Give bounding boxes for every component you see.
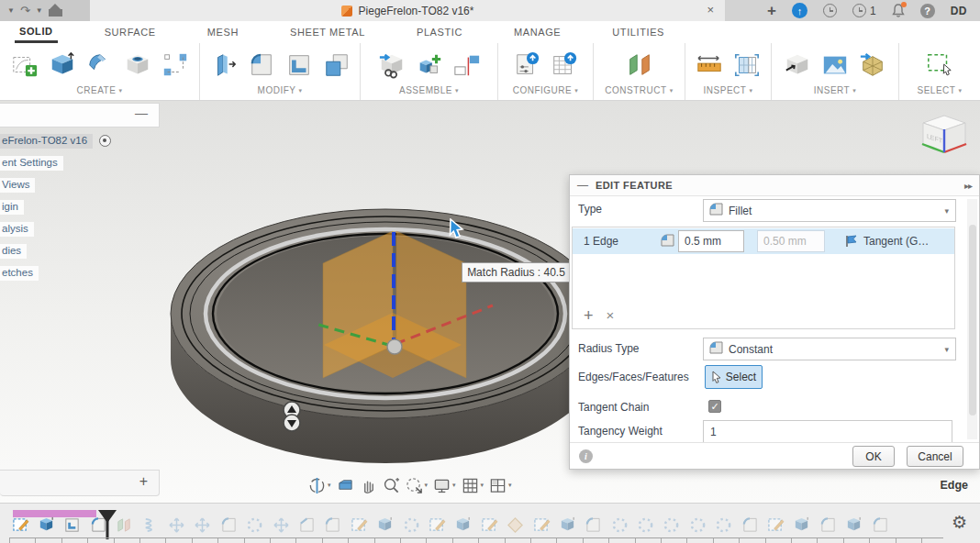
tab-sheet-metal[interactable]: SHEET METAL (285, 21, 370, 43)
toolbar-group-label[interactable]: CONSTRUCT▾ (605, 85, 673, 95)
close-tab-icon[interactable]: × (707, 3, 714, 17)
timeline-feature-fillet[interactable] (737, 515, 763, 535)
timeline-feature-fillet[interactable] (867, 515, 893, 535)
dialog-collapse-icon[interactable]: — (577, 179, 588, 192)
notifications-bell-icon[interactable] (892, 4, 905, 17)
browser-minimize-icon[interactable]: — (135, 105, 148, 120)
timeline-feature-sketch[interactable] (346, 515, 372, 535)
timeline-feature-extrude[interactable] (554, 515, 580, 535)
pan-icon[interactable] (360, 477, 377, 494)
toolbar-group-label[interactable]: INSERT▾ (814, 85, 857, 95)
timeline-feature-chamfer[interactable] (294, 515, 319, 535)
tab-utilities[interactable]: UTILITIES (607, 21, 669, 43)
browser-item[interactable]: Views (0, 177, 161, 193)
display-settings-icon[interactable]: ▾ (433, 477, 456, 494)
press-pull-icon[interactable] (209, 50, 239, 80)
dock-add-icon[interactable]: + (139, 473, 148, 490)
timeline-feature-move[interactable] (190, 515, 216, 535)
redo-icon[interactable]: ↷ (20, 4, 30, 17)
fit-icon[interactable]: ▾ (406, 477, 429, 494)
timeline-feature-sketch[interactable] (424, 515, 450, 535)
toolbar-group-label[interactable]: CREATE▾ (77, 85, 123, 95)
home-icon[interactable] (49, 5, 62, 17)
undo-menu-icon[interactable]: ▼ (7, 6, 15, 15)
sketch-icon[interactable] (10, 50, 39, 80)
timeline-feature-move[interactable] (163, 515, 189, 535)
grid-icon[interactable]: ▾ (462, 477, 484, 494)
pattern-icon[interactable] (161, 50, 190, 80)
browser-item[interactable]: ent Settings (0, 155, 161, 171)
timeline-feature-extrude[interactable] (33, 515, 59, 535)
dialog-expand-icon[interactable]: ▸▸ (964, 181, 972, 191)
tab-manage[interactable]: MANAGE (509, 21, 565, 43)
dialog-header[interactable]: — EDIT FEATURE ▸▸ (570, 175, 979, 196)
select-button[interactable]: Select (705, 365, 763, 389)
history-indicator[interactable]: 1 (852, 4, 876, 17)
config-sheet-icon[interactable] (512, 50, 541, 80)
dialog-scrollbar-thumb[interactable] (969, 225, 976, 416)
timeline-feature-pattern[interactable] (632, 515, 658, 535)
combine-icon[interactable] (322, 50, 351, 80)
type-dropdown[interactable]: Fillet ▾ (703, 199, 956, 222)
activate-radio-icon[interactable] (99, 135, 111, 147)
info-icon[interactable]: i (579, 449, 593, 463)
timeline-feature-sketch[interactable] (476, 515, 502, 535)
timeline-feature-pattern[interactable] (398, 515, 424, 535)
browser-item[interactable]: alysis (0, 221, 161, 237)
browser-item[interactable]: eFrelon-TO82 v16 (0, 133, 161, 149)
timeline-feature-pattern[interactable] (242, 515, 268, 535)
hole-icon[interactable] (123, 50, 152, 80)
viewport[interactable]: LEFT — eFrelon-TO82 v16ent SettingsViews… (0, 101, 980, 503)
timeline-feature-extrude[interactable] (372, 515, 397, 535)
timeline-feature-move[interactable] (268, 515, 294, 535)
tab-solid[interactable]: SOLID (15, 21, 58, 43)
cancel-button[interactable]: Cancel (907, 446, 963, 467)
timeline-feature-pattern[interactable] (607, 515, 632, 535)
tab-plastic[interactable]: PLASTIC (412, 21, 467, 43)
toolbar-group-label[interactable]: ASSEMBLE▾ (399, 85, 459, 95)
browser-item[interactable]: etches (0, 265, 161, 281)
timeline-feature-fillet[interactable] (581, 515, 607, 535)
config-table-icon[interactable] (550, 50, 579, 80)
timeline-feature-shell[interactable] (60, 515, 85, 535)
tab-surface[interactable]: SURFACE (100, 21, 161, 43)
tangent-chain-checkbox[interactable]: ✓ (708, 400, 721, 413)
timeline-feature-sketch[interactable] (763, 515, 788, 535)
look-at-icon[interactable] (337, 477, 354, 494)
extrude-icon[interactable] (48, 50, 77, 80)
browser-header[interactable]: — (0, 103, 160, 127)
radius-type-dropdown[interactable]: Constant ▾ (703, 338, 956, 360)
stopwatch-icon[interactable] (823, 4, 837, 17)
new-component-icon[interactable] (415, 50, 444, 80)
measure-icon[interactable] (695, 50, 724, 80)
zoom-icon[interactable] (383, 477, 400, 494)
toolbar-group-label[interactable]: CONFIGURE▾ (513, 85, 579, 95)
timeline-feature-sketch[interactable] (529, 515, 554, 535)
ok-button[interactable]: OK (852, 446, 895, 467)
origin-point[interactable] (387, 339, 402, 354)
timeline-feature-fillet[interactable] (216, 515, 241, 535)
canvas-icon[interactable] (820, 50, 850, 80)
shell3d-icon[interactable] (284, 50, 314, 80)
add-edge-set-button[interactable]: + (584, 307, 594, 324)
insert-link-icon[interactable] (377, 50, 406, 80)
tab-mesh[interactable]: MESH (203, 21, 243, 43)
dialog-scrollbar[interactable] (967, 199, 977, 439)
browser-item[interactable]: dies (0, 243, 161, 259)
construct-planes-icon[interactable] (625, 50, 654, 80)
fillet3d-icon[interactable] (247, 50, 276, 80)
timeline-feature-extrude[interactable] (789, 515, 815, 535)
timeline-feature-pattern[interactable] (685, 515, 710, 535)
joint-icon[interactable] (452, 50, 482, 80)
timeline-feature-fillet[interactable] (320, 515, 346, 535)
toolbar-group-label[interactable]: SELECT▾ (918, 85, 963, 95)
document-tab[interactable]: PiegeFrelon-TO82 v16* × (90, 0, 725, 21)
job-status-icon[interactable]: ↑ (792, 3, 807, 18)
timeline-settings-gear-icon[interactable]: ⚙ (952, 512, 967, 533)
edge-set-row[interactable]: 1 Edge 0.5 mm 0.50 mm Tangent (G… (573, 228, 954, 254)
timeline-ruler[interactable] (9, 537, 943, 543)
timeline-feature-fillet[interactable] (815, 515, 841, 535)
toolbar-group-label[interactable]: MODIFY▾ (258, 85, 303, 95)
viewports-icon[interactable]: ▾ (489, 477, 512, 494)
orbit-icon[interactable]: ▾ (308, 477, 331, 494)
